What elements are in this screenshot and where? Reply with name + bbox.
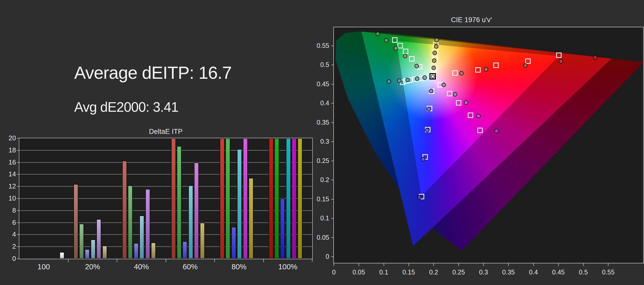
bar-x-axis-label: 100 bbox=[23, 263, 64, 271]
white-point-measured bbox=[431, 75, 435, 78]
deltae-bar-80%-yellow bbox=[249, 178, 253, 259]
cie-y-axis-label: 0.2 bbox=[308, 176, 329, 184]
bar-y-axis-label: 18 bbox=[3, 146, 16, 154]
deltae-bar-100%-yellow bbox=[298, 138, 302, 259]
bar-x-axis-label: 80% bbox=[218, 263, 260, 271]
cie-y-axis-label: 0.1 bbox=[308, 214, 329, 222]
calibration-report-page: Average dEITP: 16.7 Avg dE2000: 3.41 Del… bbox=[0, 0, 644, 285]
measured-point-cyan-60 bbox=[405, 78, 410, 82]
bar-y-axis-label: 6 bbox=[3, 219, 16, 227]
deltae-bar-40%-yellow bbox=[151, 243, 156, 259]
cie-chromaticity-plot bbox=[333, 27, 644, 263]
target-square-red-80 bbox=[525, 58, 531, 64]
cie-x-axis-label: 0.25 bbox=[448, 269, 469, 276]
bar-y-tick bbox=[17, 222, 19, 223]
bar-y-axis-label: 16 bbox=[3, 158, 16, 166]
bar-x-axis-label: 60% bbox=[170, 263, 211, 271]
cie-y-axis-label: 0.3 bbox=[308, 138, 329, 145]
deltae-bar-20%-cyan bbox=[91, 239, 96, 259]
bar-x-axis-label: 40% bbox=[121, 263, 162, 271]
deltae-bar-20%-magenta bbox=[96, 219, 101, 259]
cie-y-tick bbox=[331, 122, 333, 123]
cie-x-tick bbox=[359, 263, 359, 266]
deltae-bar-80%-green bbox=[225, 138, 230, 259]
bar-gridline bbox=[19, 234, 312, 235]
deltae-bar-80%-cyan bbox=[237, 149, 242, 259]
cie-y-tick bbox=[331, 103, 333, 103]
bar-y-tick bbox=[17, 162, 19, 163]
cie-y-axis-label: 0.45 bbox=[308, 80, 329, 88]
cie-y-tick bbox=[331, 141, 333, 142]
cie-x-axis-label: 0.45 bbox=[548, 269, 569, 276]
deltae-bar-100%-magenta bbox=[292, 138, 296, 259]
target-square-green-40 bbox=[409, 56, 414, 62]
cie-y-tick bbox=[331, 199, 333, 200]
target-square-magenta-80 bbox=[468, 113, 473, 118]
measured-point-cyan-40 bbox=[415, 76, 419, 81]
cie-x-tick bbox=[409, 263, 409, 266]
target-square-magenta-100 bbox=[477, 128, 483, 133]
bar-x-tick bbox=[166, 259, 166, 262]
measured-point-magenta-20 bbox=[442, 83, 446, 87]
bar-y-tick bbox=[17, 198, 19, 199]
cie-y-axis-label: 0.05 bbox=[308, 234, 329, 241]
cie-y-tick bbox=[331, 218, 333, 219]
cie-y-axis-label: 0 bbox=[308, 253, 329, 260]
deltae-bar-60%-yellow bbox=[200, 223, 205, 259]
cie-x-tick bbox=[508, 263, 509, 266]
deltae-bar-20%-blue bbox=[85, 249, 90, 259]
measured-point-green-80 bbox=[384, 38, 388, 42]
cie-x-axis-label: 0.1 bbox=[374, 269, 394, 276]
bar-x-axis-label: 20% bbox=[72, 263, 113, 271]
bar-x-tick bbox=[117, 259, 117, 262]
cie-y-axis-label: 0.15 bbox=[308, 195, 329, 203]
bar-y-tick bbox=[17, 210, 19, 211]
measured-point-blue-40 bbox=[427, 107, 431, 111]
measured-point-yellow-100 bbox=[435, 38, 439, 42]
deltae-bar-100-white bbox=[60, 252, 64, 259]
cie-y-tick bbox=[331, 46, 333, 46]
bar-y-axis-label: 14 bbox=[3, 170, 16, 178]
measured-point-magenta-100 bbox=[494, 129, 499, 133]
target-square-red-100 bbox=[556, 53, 562, 58]
measured-point-blue-60 bbox=[425, 128, 429, 132]
deltae-bar-80%-red bbox=[220, 138, 225, 259]
target-square-green-100 bbox=[392, 37, 397, 43]
target-square-red-40 bbox=[475, 67, 481, 73]
deltae-bar-100%-green bbox=[274, 138, 279, 259]
measured-point-green-100 bbox=[376, 32, 380, 36]
measured-point-green-20 bbox=[414, 64, 419, 68]
bar-y-tick bbox=[17, 234, 19, 235]
cie-x-axis-label: 0.05 bbox=[349, 269, 369, 276]
cie-y-tick bbox=[331, 237, 333, 238]
deltae-bar-100%-red bbox=[269, 138, 274, 259]
cie-y-tick bbox=[331, 65, 333, 65]
cie-x-tick bbox=[458, 263, 459, 266]
target-square-magenta-60 bbox=[456, 100, 461, 106]
bar-y-tick bbox=[17, 150, 19, 151]
deltae-bar-60%-blue bbox=[182, 241, 187, 259]
deltae-bar-20%-red bbox=[73, 184, 78, 259]
cie-y-axis-label: 0.55 bbox=[308, 42, 329, 49]
deltae-bar-40%-blue bbox=[134, 243, 139, 259]
cie-x-tick bbox=[583, 263, 584, 266]
bar-gridline bbox=[19, 174, 312, 175]
measured-point-red-80 bbox=[559, 59, 563, 64]
cie-y-tick bbox=[331, 180, 333, 180]
measured-point-green-60 bbox=[394, 46, 398, 50]
bar-x-tick bbox=[68, 259, 69, 262]
cie-x-tick bbox=[334, 263, 334, 266]
target-square-red-60 bbox=[493, 63, 499, 68]
measured-point-blue-100 bbox=[417, 195, 421, 200]
cie-x-axis-label: 0.4 bbox=[523, 269, 544, 276]
bar-y-axis-label: 0 bbox=[3, 255, 16, 263]
cie-x-tick bbox=[533, 263, 534, 266]
measured-point-yellow-40 bbox=[432, 58, 436, 63]
cie-x-tick bbox=[558, 263, 559, 266]
cie-y-tick bbox=[331, 256, 333, 257]
deltae-bar-60%-red bbox=[171, 138, 176, 259]
deltae-bar-60%-green bbox=[177, 146, 182, 259]
cie-y-tick bbox=[331, 84, 333, 84]
deltae-bar-100%-blue bbox=[280, 198, 285, 259]
bar-y-tick bbox=[17, 186, 19, 187]
